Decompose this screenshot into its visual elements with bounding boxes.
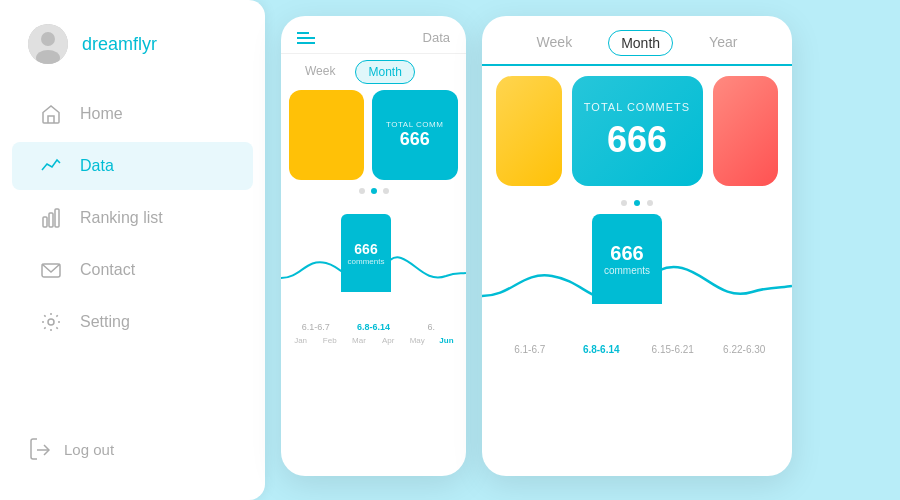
right-tab-year[interactable]: Year — [697, 30, 749, 56]
right-phone-card: Week Month Year TOTAL COMMETS 666 — [482, 16, 792, 476]
svg-point-7 — [48, 319, 54, 325]
left-card-yellow — [289, 90, 364, 180]
right-bar-value: 666 — [610, 242, 643, 265]
left-bar-value: 666 — [354, 241, 377, 257]
right-dot-1 — [621, 200, 627, 206]
contact-icon — [40, 259, 62, 281]
left-phone-card: Data Week Month TOTAL COMM 666 666 — [281, 16, 466, 476]
left-month-labels: Jan Feb Mar Apr May Jun — [281, 332, 466, 345]
sidebar-item-home[interactable]: Home — [12, 90, 253, 138]
left-dot-3 — [383, 188, 389, 194]
month-jun: Jun — [435, 336, 458, 345]
right-stat-title: TOTAL COMMETS — [584, 101, 690, 113]
avatar — [28, 24, 68, 64]
left-date-2: 6.8-6.14 — [347, 322, 401, 332]
contact-label: Contact — [80, 261, 135, 279]
ranking-label: Ranking list — [80, 209, 163, 227]
sidebar-item-contact[interactable]: Contact — [12, 246, 253, 294]
setting-icon — [40, 311, 62, 333]
month-jan: Jan — [289, 336, 312, 345]
month-feb: Feb — [318, 336, 341, 345]
svg-rect-3 — [43, 217, 47, 227]
right-date-2: 6.8-6.14 — [568, 344, 636, 355]
data-label: Data — [80, 157, 114, 175]
right-cards-row: TOTAL COMMETS 666 — [482, 66, 792, 196]
left-data-label: Data — [423, 30, 450, 45]
left-tab-week[interactable]: Week — [293, 60, 347, 84]
month-may: May — [406, 336, 429, 345]
menu-icon[interactable] — [297, 32, 315, 44]
right-card-yellow — [496, 76, 562, 186]
left-cards-row: TOTAL COMM 666 — [281, 90, 466, 180]
left-tabs: Week Month — [281, 54, 466, 90]
right-chart-area: 666 comments — [482, 210, 792, 340]
svg-point-1 — [41, 32, 55, 46]
right-dot-2 — [634, 200, 640, 206]
right-tab-week[interactable]: Week — [525, 30, 585, 56]
logout-icon — [28, 438, 50, 460]
right-date-labels: 6.1-6.7 6.8-6.14 6.15-6.21 6.22-6.30 — [482, 340, 792, 355]
right-chart-bar: 666 comments — [592, 214, 662, 304]
right-tabs: Week Month Year — [525, 30, 750, 56]
logout-label: Log out — [64, 441, 114, 458]
right-stat-value: 666 — [607, 119, 667, 161]
home-icon — [40, 103, 62, 125]
right-card-header: Week Month Year — [482, 16, 792, 66]
left-tab-month[interactable]: Month — [355, 60, 414, 84]
left-stat-value: 666 — [400, 129, 430, 150]
setting-label: Setting — [80, 313, 130, 331]
right-date-1: 6.1-6.7 — [496, 344, 564, 355]
left-chart-bar: 666 comments — [341, 214, 391, 292]
username: dreamflyr — [82, 34, 157, 55]
user-profile: dreamflyr — [0, 24, 265, 88]
left-dots — [281, 180, 466, 202]
logout-item[interactable]: Log out — [0, 422, 265, 476]
right-dots — [482, 196, 792, 210]
left-chart-area: 666 comments — [281, 202, 466, 322]
left-date-1: 6.1-6.7 — [289, 322, 343, 332]
right-bar-sublabel: comments — [604, 265, 650, 276]
left-bar-sublabel: comments — [348, 257, 385, 266]
left-dot-1 — [359, 188, 365, 194]
main-content: Data Week Month TOTAL COMM 666 666 — [265, 0, 900, 500]
sidebar: dreamflyr Home Data Ranking list — [0, 0, 265, 500]
data-icon — [40, 155, 62, 177]
right-tab-month[interactable]: Month — [608, 30, 673, 56]
left-card-cyan: TOTAL COMM 666 — [372, 90, 459, 180]
right-card-cyan: TOTAL COMMETS 666 — [572, 76, 703, 186]
left-dot-2 — [371, 188, 377, 194]
right-card-red — [713, 76, 779, 186]
sidebar-item-ranking[interactable]: Ranking list — [12, 194, 253, 242]
right-date-3: 6.15-6.21 — [639, 344, 707, 355]
ranking-icon — [40, 207, 62, 229]
left-card-header: Data — [281, 16, 466, 54]
svg-rect-5 — [55, 209, 59, 227]
sidebar-item-data[interactable]: Data — [12, 142, 253, 190]
right-dot-3 — [647, 200, 653, 206]
home-label: Home — [80, 105, 123, 123]
left-date-labels: 6.1-6.7 6.8-6.14 6. — [281, 322, 466, 332]
month-mar: Mar — [347, 336, 370, 345]
left-stat-title: TOTAL COMM — [386, 120, 443, 130]
sidebar-item-setting[interactable]: Setting — [12, 298, 253, 346]
svg-rect-4 — [49, 213, 53, 227]
month-apr: Apr — [377, 336, 400, 345]
right-date-4: 6.22-6.30 — [711, 344, 779, 355]
left-date-3: 6. — [404, 322, 458, 332]
